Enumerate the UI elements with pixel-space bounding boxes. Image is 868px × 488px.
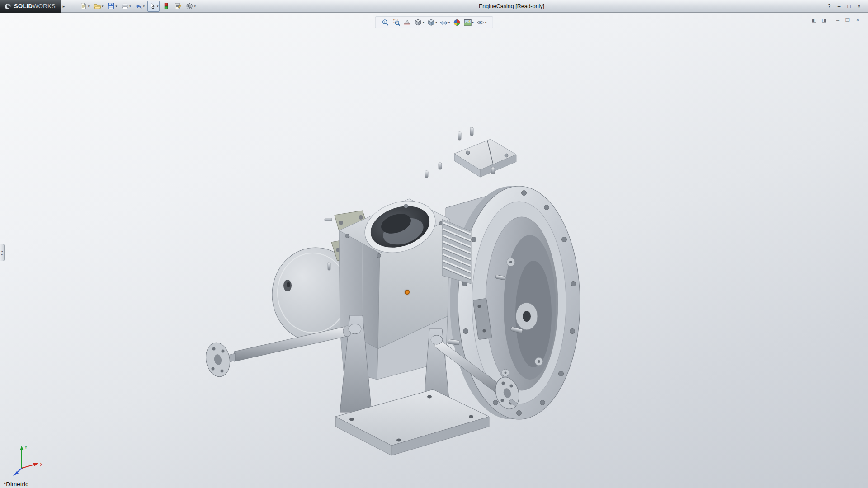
left-axle-shaft[interactable] [203, 326, 351, 379]
options-icon [186, 2, 193, 10]
doc-restore-icon: ❐ [845, 17, 850, 23]
zoom-fit-icon [382, 19, 390, 27]
quick-access-toolbar: ▾▾▾▾▾▾▾ [78, 1, 198, 12]
solidworks-window: SOLIDWORKS ▸ ▾▾▾▾▾▾▾ EngineCasing [Read-… [0, 0, 868, 488]
new-icon [80, 2, 87, 10]
triad-x-axis[interactable]: X [22, 462, 43, 468]
heads-up-view-toolbar: ▾▾▾▾▾ [375, 16, 493, 28]
minimize-button[interactable]: – [835, 2, 844, 10]
section-view-icon [403, 19, 411, 27]
splitter-arrow-icon: ▸ [1, 253, 3, 256]
view-orientation-dropdown-caret[interactable]: ▾ [423, 21, 425, 24]
splitter-arrow-icon: ◂ [1, 250, 3, 253]
document-window-controls: ◧◨–❐× [810, 16, 862, 23]
close-button[interactable]: × [854, 2, 863, 10]
triad-y-label: Y [24, 445, 28, 450]
undo-icon [135, 2, 142, 10]
titlebar: SOLIDWORKS ▸ ▾▾▾▾▾▾▾ EngineCasing [Read-… [0, 0, 868, 13]
reference-triad[interactable]: Y X [5, 440, 46, 482]
engine-casing-model[interactable] [194, 127, 601, 461]
open-dropdown-caret[interactable]: ▾ [102, 5, 104, 8]
left-shaft-clamp[interactable] [349, 324, 361, 334]
selected-point-marker[interactable] [405, 290, 410, 295]
feature-pane-toggle-icon: ◧ [812, 17, 816, 23]
right-shaft-clamp[interactable] [431, 335, 443, 344]
triad-z-axis[interactable] [13, 468, 22, 476]
apply-scene-button[interactable]: ▾ [462, 17, 475, 28]
options-button[interactable]: ▾ [184, 1, 197, 12]
options-dropdown-caret[interactable]: ▾ [194, 5, 196, 8]
file-properties-icon [174, 2, 182, 10]
window-title: EngineCasing [Read-only] [198, 3, 825, 9]
display-pane-toggle-button[interactable]: ◨ [820, 16, 828, 23]
hide-show-icon [440, 19, 448, 27]
window-controls: ?–□× [825, 2, 868, 10]
maximize-icon: □ [847, 3, 850, 9]
save-dropdown-caret[interactable]: ▾ [115, 5, 117, 8]
save-button[interactable]: ▾ [106, 1, 118, 12]
menu-flyout-arrow[interactable]: ▸ [61, 4, 67, 9]
zoom-to-area-button[interactable] [391, 17, 402, 28]
hide-show-items-dropdown-caret[interactable]: ▾ [448, 21, 450, 24]
zoom-area-icon [392, 19, 401, 27]
doc-minimize-button[interactable]: – [834, 16, 842, 23]
doc-restore-button[interactable]: ❐ [844, 16, 852, 23]
view-orientation-button[interactable]: ▾ [413, 17, 426, 28]
display-pane-toggle-icon: ◨ [822, 17, 826, 23]
undo-button[interactable]: ▾ [133, 1, 146, 12]
new-dropdown-caret[interactable]: ▾ [88, 5, 90, 8]
file-properties-button[interactable] [173, 1, 183, 12]
select-button[interactable]: ▾ [147, 1, 160, 12]
solidworks-logo-icon [4, 2, 12, 10]
appearance-icon [453, 19, 461, 27]
zoom-to-fit-button[interactable] [380, 17, 391, 28]
doc-minimize-icon: – [836, 17, 839, 23]
edit-appearance-button[interactable] [451, 17, 462, 28]
graphics-area[interactable]: ▾▾▾▾▾ ◧◨–❐× ◂▸ [0, 13, 868, 488]
display-style-button[interactable]: ▾ [425, 17, 439, 28]
selection-filter-icon [162, 2, 170, 10]
minimize-icon: – [838, 3, 841, 9]
logo-text-bold: SOLID [14, 3, 33, 9]
print-icon [121, 2, 129, 10]
doc-close-button[interactable]: × [854, 16, 862, 23]
select-dropdown-caret[interactable]: ▾ [157, 5, 159, 8]
print-button[interactable]: ▾ [120, 1, 132, 12]
new-button[interactable]: ▾ [78, 1, 91, 12]
display-style-icon [427, 19, 435, 27]
open-button[interactable]: ▾ [92, 1, 105, 12]
help-icon: ? [828, 3, 831, 9]
logo-text-light: WORKS [33, 3, 56, 9]
select-icon [149, 2, 156, 10]
scene-icon [463, 19, 472, 27]
open-icon [94, 2, 101, 10]
view-orientation-label: *Dimetric [4, 481, 28, 488]
print-dropdown-caret[interactable]: ▾ [129, 5, 131, 8]
maximize-button[interactable]: □ [844, 2, 854, 10]
section-view-button[interactable] [402, 17, 413, 28]
save-icon [107, 2, 115, 10]
top-bracket[interactable] [425, 127, 516, 178]
display-style-dropdown-caret[interactable]: ▾ [435, 21, 437, 24]
hide-show-items-button[interactable]: ▾ [439, 17, 452, 28]
view-settings-icon [476, 19, 485, 27]
solidworks-logo-text: SOLIDWORKS [14, 3, 56, 9]
help-button[interactable]: ? [825, 2, 834, 10]
solidworks-logo: SOLIDWORKS [0, 0, 61, 13]
doc-close-icon: × [856, 17, 859, 23]
triad-x-label: X [40, 462, 43, 467]
view-settings-dropdown-caret[interactable]: ▾ [485, 21, 487, 24]
feature-pane-splitter-handle[interactable]: ◂▸ [0, 244, 5, 261]
view-settings-button[interactable]: ▾ [475, 17, 488, 28]
close-icon: × [857, 3, 860, 9]
view-orientation-icon [414, 19, 422, 27]
feature-pane-toggle-button[interactable]: ◧ [810, 16, 818, 23]
apply-scene-dropdown-caret[interactable]: ▾ [472, 21, 474, 24]
selection-filter-button[interactable] [161, 1, 171, 12]
triad-y-axis[interactable]: Y [20, 445, 28, 468]
undo-dropdown-caret[interactable]: ▾ [143, 5, 145, 8]
